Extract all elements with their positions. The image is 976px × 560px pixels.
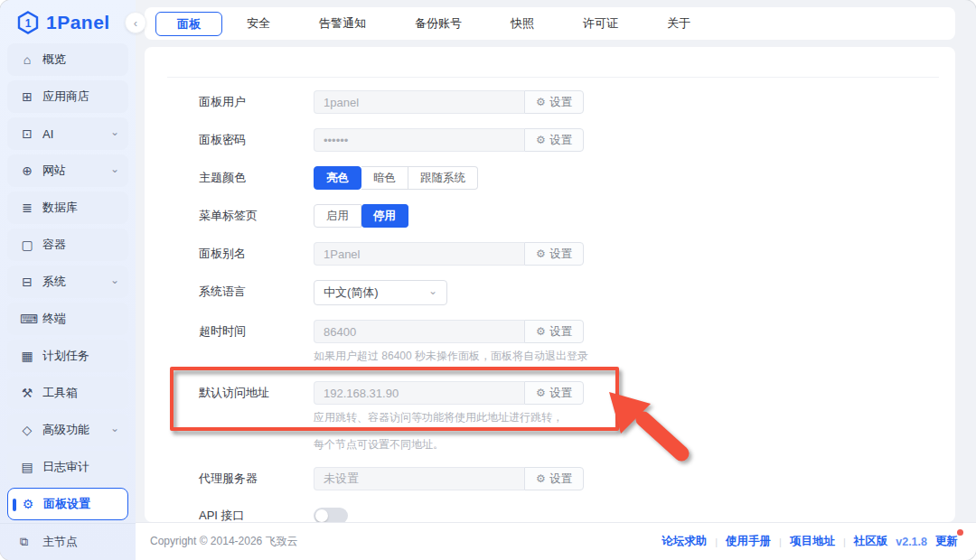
timeout-set-button[interactable]: ⚙设置 xyxy=(524,320,584,343)
sidebar-item-label: 主节点 xyxy=(42,534,78,550)
diamond-icon: ◇ xyxy=(20,423,34,437)
field-control: 中文(简体)⌄ xyxy=(314,280,955,305)
field-label: 超时时间 xyxy=(199,320,314,362)
theme-color-option-1[interactable]: 暗色 xyxy=(361,166,408,190)
timeout-input: 86400 xyxy=(314,320,524,343)
tab-面板[interactable]: 面板 xyxy=(155,12,222,36)
sidebar-item-website[interactable]: ⊕网站⌄ xyxy=(7,154,128,187)
panel-user-input: 1panel xyxy=(314,90,524,114)
theme-color-option-2[interactable]: 跟随系统 xyxy=(408,166,478,190)
sidebar-item-overview[interactable]: ⌂概览 xyxy=(7,43,128,76)
sidebar-item-label: 应用商店 xyxy=(42,89,119,105)
gear-icon: ⚙ xyxy=(21,497,35,511)
footer-separator: | xyxy=(779,537,782,547)
version-label: v2.1.8 xyxy=(896,536,927,548)
field-label: 面板别名 xyxy=(199,242,314,266)
sidebar-item-master-node[interactable]: ⧉ 主节点 xyxy=(0,523,136,560)
set-button-label: 设置 xyxy=(549,133,572,148)
field-label: 面板用户 xyxy=(199,90,314,114)
sidebar-item-ai[interactable]: ⊡AI⌄ xyxy=(7,117,128,150)
tab-安全[interactable]: 安全 xyxy=(222,15,295,32)
menu-tabs-option-0[interactable]: 启用 xyxy=(314,204,361,228)
field-label: 默认访问地址 xyxy=(199,381,314,451)
sidebar-item-container[interactable]: ▢容器 xyxy=(7,229,128,261)
panel-alias-input: 1Panel xyxy=(314,242,524,266)
sidebar-item-label: 工具箱 xyxy=(42,385,119,401)
panel-password-input-group: ••••••⚙设置 xyxy=(314,128,584,152)
app-store-icon: ⊞ xyxy=(20,89,34,104)
default-address-input-group: 192.168.31.90⚙设置 xyxy=(314,381,584,405)
chevron-down-icon: ⌄ xyxy=(110,422,119,434)
home-icon: ⌂ xyxy=(20,52,34,67)
form-row-default-address: 默认访问地址192.168.31.90⚙设置应用跳转、容器访问等功能将使用此地址… xyxy=(199,381,955,451)
settings-tabbar: 面板安全告警通知备份账号快照许可证关于 xyxy=(145,7,955,40)
tab-备份账号[interactable]: 备份账号 xyxy=(390,15,486,32)
proxy-input-group: 未设置⚙设置 xyxy=(314,467,584,490)
footer-link-0[interactable]: 论坛求助 xyxy=(662,534,707,549)
field-control: ••••••⚙设置 xyxy=(314,128,955,152)
timeout-input-group: 86400⚙设置 xyxy=(314,320,584,343)
theme-color-segment: 亮色暗色跟随系统 xyxy=(314,166,955,190)
sidebar-item-label: 计划任务 xyxy=(42,348,119,364)
app-window: 1 1Panel ‹ ⌂概览⊞应用商店⊡AI⌄⊕网站⌄≣数据库▢容器⊟系统⌄⌨终… xyxy=(0,0,976,560)
sidebar-item-advanced[interactable]: ◇高级功能⌄ xyxy=(7,414,128,446)
gear-icon: ⚙ xyxy=(536,134,546,146)
sidebar-item-cronjob[interactable]: ▦计划任务 xyxy=(7,340,128,372)
panel-password-set-button[interactable]: ⚙设置 xyxy=(524,128,584,152)
field-control: 1Panel⚙设置 xyxy=(314,242,955,266)
field-control: 启用停用 xyxy=(314,204,955,228)
default-address-input: 192.168.31.90 xyxy=(314,381,524,405)
theme-color-option-0[interactable]: 亮色 xyxy=(314,166,361,190)
tab-告警通知[interactable]: 告警通知 xyxy=(295,15,390,32)
sidebar-item-logs[interactable]: ▤日志审计 xyxy=(7,451,128,483)
brand-logo: 1 1Panel xyxy=(0,0,136,42)
default-address-set-button[interactable]: ⚙设置 xyxy=(524,381,584,405)
settings-card: 面板用户1panel⚙设置面板密码••••••⚙设置主题颜色亮色暗色跟随系统菜单… xyxy=(145,47,955,522)
helper-text: 如果用户超过 86400 秒未操作面板，面板将自动退出登录 xyxy=(314,350,955,362)
tab-关于[interactable]: 关于 xyxy=(643,15,715,32)
sidebar-menu: ⌂概览⊞应用商店⊡AI⌄⊕网站⌄≣数据库▢容器⊟系统⌄⌨终端▦计划任务⚒工具箱◇… xyxy=(0,42,136,520)
sidebar-item-label: 数据库 xyxy=(42,200,119,216)
toolbox-icon: ⚒ xyxy=(20,386,34,400)
select-value: 中文(简体) xyxy=(324,285,428,301)
node-icon: ⧉ xyxy=(20,535,34,549)
update-link[interactable]: 更新 xyxy=(935,534,958,549)
sidebar-item-system[interactable]: ⊟系统⌄ xyxy=(7,266,128,298)
panel-user-set-button[interactable]: ⚙设置 xyxy=(524,90,584,114)
svg-text:1: 1 xyxy=(25,17,32,30)
tab-许可证[interactable]: 许可证 xyxy=(558,15,643,32)
panel-alias-input-group: 1Panel⚙设置 xyxy=(314,242,584,266)
menu-tabs-option-1[interactable]: 停用 xyxy=(361,204,408,228)
sidebar-item-toolbox[interactable]: ⚒工具箱 xyxy=(7,377,128,409)
set-button-label: 设置 xyxy=(549,95,572,110)
sidebar-collapse-button[interactable]: ‹ xyxy=(125,12,146,33)
language-select[interactable]: 中文(简体)⌄ xyxy=(314,280,447,305)
sidebar-item-label: 概览 xyxy=(42,51,119,68)
field-label: 菜单标签页 xyxy=(199,204,314,228)
chevron-down-icon: ⌄ xyxy=(110,163,119,175)
sidebar-item-app-store[interactable]: ⊞应用商店 xyxy=(7,80,128,113)
toggle-knob xyxy=(315,509,328,522)
panel-alias-set-button[interactable]: ⚙设置 xyxy=(524,242,584,266)
footer-link-2[interactable]: 项目地址 xyxy=(790,534,835,549)
api-toggle[interactable] xyxy=(314,508,348,522)
form-row-panel-user: 面板用户1panel⚙设置 xyxy=(199,90,955,114)
settings-form: 面板用户1panel⚙设置面板密码••••••⚙设置主题颜色亮色暗色跟随系统菜单… xyxy=(145,78,955,522)
database-icon: ≣ xyxy=(20,201,34,215)
footer-link-1[interactable]: 使用手册 xyxy=(726,534,771,549)
helper-text: 应用跳转、容器访问等功能将使用此地址进行跳转， xyxy=(314,411,955,424)
edition-label[interactable]: 社区版 xyxy=(854,534,888,549)
sidebar-item-settings[interactable]: ⚙面板设置 xyxy=(7,488,128,520)
proxy-set-button[interactable]: ⚙设置 xyxy=(524,467,584,490)
tab-快照[interactable]: 快照 xyxy=(486,15,558,32)
sidebar-item-database[interactable]: ≣数据库 xyxy=(7,191,128,224)
sidebar-item-label: 面板设置 xyxy=(43,496,118,512)
field-control: 亮色暗色跟随系统 xyxy=(314,166,955,190)
hexagon-logo-icon: 1 xyxy=(16,11,40,34)
form-row-theme-color: 主题颜色亮色暗色跟随系统 xyxy=(199,166,955,190)
sidebar-item-terminal[interactable]: ⌨终端 xyxy=(7,303,128,335)
chevron-down-icon: ⌄ xyxy=(428,285,437,297)
sidebar-item-label: 系统 xyxy=(42,274,110,290)
field-control: 1panel⚙设置 xyxy=(314,90,955,114)
footer-links: 论坛求助|使用手册|项目地址|社区版v2.1.8更新 xyxy=(662,534,958,549)
